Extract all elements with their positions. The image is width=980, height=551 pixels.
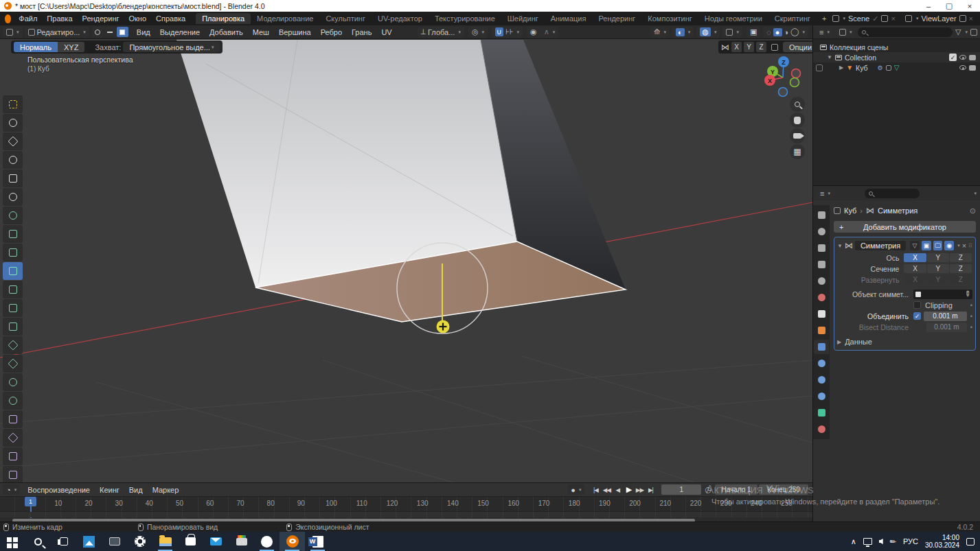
play-button[interactable]: ▶ bbox=[623, 485, 634, 495]
blender-menu-icon[interactable] bbox=[5, 14, 11, 23]
add-modifier-button[interactable]: +Добавить модификатор bbox=[834, 221, 976, 233]
modifier-wrench-icon[interactable]: ⚙ bbox=[878, 65, 883, 71]
bisect-y-button[interactable]: Y bbox=[927, 264, 949, 273]
collapse-icon[interactable]: ▼ bbox=[837, 243, 843, 249]
properties-tab-data[interactable] bbox=[814, 406, 829, 420]
flip-y-button[interactable]: Y bbox=[927, 275, 949, 284]
taskbar-mail[interactable] bbox=[203, 532, 229, 551]
workspace-tab[interactable]: Рендеринг bbox=[592, 13, 641, 24]
realtime-toggle[interactable]: 🖵 bbox=[933, 241, 943, 250]
tool-shear[interactable] bbox=[3, 447, 23, 465]
taskbar-start[interactable] bbox=[0, 532, 25, 551]
menu-item[interactable]: Вершина bbox=[274, 28, 316, 36]
menu-item[interactable]: Грань bbox=[347, 28, 376, 36]
hide-eye-icon[interactable] bbox=[959, 65, 966, 70]
menu-item[interactable]: UV bbox=[376, 28, 396, 36]
properties-tab-constraints[interactable] bbox=[814, 389, 829, 403]
jump-to-start-button[interactable]: |◀ bbox=[590, 485, 601, 495]
tool-select-box[interactable] bbox=[3, 95, 23, 113]
pivot-point-dropdown[interactable]: ◎▾ bbox=[468, 27, 488, 38]
taskbar-store[interactable] bbox=[178, 532, 203, 551]
language-indicator[interactable]: РУС bbox=[903, 537, 918, 546]
current-frame-field[interactable]: 1 bbox=[661, 484, 701, 495]
menu-item[interactable]: Вид bbox=[124, 486, 148, 494]
pan-hand-button[interactable] bbox=[790, 113, 805, 128]
tool-inset-faces[interactable] bbox=[3, 281, 23, 298]
menu-item[interactable]: Вид bbox=[132, 28, 155, 36]
workspace-tab[interactable]: UV-редактор bbox=[372, 13, 429, 24]
editor-type-button[interactable]: ◔▾ bbox=[3, 484, 20, 495]
expand-icon[interactable]: ▼ bbox=[827, 54, 832, 60]
properties-tab-view-layer[interactable] bbox=[814, 257, 829, 272]
properties-tab-render[interactable] bbox=[814, 224, 829, 239]
tool-transform[interactable] bbox=[3, 188, 23, 206]
menu-item[interactable]: Меш bbox=[248, 28, 274, 36]
editor-type-button[interactable]: ≡▾ bbox=[817, 189, 834, 198]
extrude-plus-handle[interactable] bbox=[437, 320, 450, 333]
minimize-button[interactable]: – bbox=[918, 0, 939, 12]
tool-cursor[interactable] bbox=[3, 114, 23, 132]
workspace-tab[interactable]: Планировка bbox=[196, 13, 251, 24]
restore-button[interactable]: ▢ bbox=[939, 0, 959, 12]
workspace-tab[interactable]: Моделирование bbox=[251, 13, 319, 24]
mirror-y-button[interactable]: Y bbox=[744, 42, 754, 52]
tool-loop-cut[interactable] bbox=[3, 318, 23, 336]
properties-tab-modifiers[interactable] bbox=[814, 340, 829, 354]
selectability-dropdown[interactable]: ▾ bbox=[722, 27, 742, 38]
exclude-checkbox[interactable]: ✓ bbox=[949, 54, 957, 61]
snap-mode-dropdown[interactable]: Прямоугольное выде...▾ bbox=[123, 42, 220, 52]
bisect-z-button[interactable]: Z bbox=[950, 264, 972, 273]
xray-dropdown[interactable]: ◍▾ bbox=[696, 27, 720, 38]
jump-to-end-button[interactable]: ▶| bbox=[645, 485, 656, 495]
menu-item[interactable]: Окно bbox=[124, 14, 151, 23]
properties-tab-scene[interactable] bbox=[814, 274, 829, 288]
clipping-checkbox[interactable] bbox=[913, 301, 921, 309]
taskbar-task-view[interactable] bbox=[51, 532, 76, 551]
prev-keyframe-button[interactable]: ◀◀ bbox=[601, 485, 612, 495]
next-keyframe-button[interactable]: ▶▶ bbox=[634, 485, 645, 495]
properties-tab-tool[interactable] bbox=[814, 208, 829, 222]
tool-rip-region[interactable] bbox=[3, 466, 23, 482]
rendered-shading-button[interactable]: ◯ bbox=[790, 27, 799, 36]
overlays-dropdown[interactable]: ◐▾ bbox=[672, 27, 694, 38]
editor-type-button[interactable]: ▾ bbox=[3, 27, 23, 38]
axis-neg-x-ball[interactable] bbox=[792, 69, 801, 78]
copy-icon[interactable] bbox=[881, 15, 888, 22]
filter-id-dropdown[interactable]: ▾ bbox=[836, 27, 856, 37]
taskbar-word[interactable] bbox=[305, 532, 330, 551]
viewport-3d[interactable]: Z Y X Нормаль XYZ Захват: Прямоугольное … bbox=[0, 39, 812, 482]
network-icon[interactable] bbox=[863, 538, 872, 545]
properties-tab-material[interactable] bbox=[814, 422, 829, 436]
taskbar-yandex[interactable] bbox=[254, 532, 280, 551]
playhead[interactable]: 1 bbox=[25, 497, 36, 506]
notification-center-icon[interactable] bbox=[966, 538, 975, 546]
axis-neg-z-ball[interactable] bbox=[779, 88, 788, 97]
outliner-search-input[interactable] bbox=[858, 27, 953, 37]
bisect-x-button[interactable]: X bbox=[904, 264, 926, 273]
ortho-grid-button[interactable]: ▦ bbox=[790, 144, 805, 159]
merge-threshold-field[interactable]: 0.001 m bbox=[924, 312, 967, 321]
workspace-tab[interactable]: Скриптинг bbox=[768, 13, 817, 24]
tool-bevel[interactable] bbox=[3, 299, 23, 317]
axis-neg-y-ball[interactable] bbox=[790, 78, 799, 87]
options-dropdown[interactable]: Опции▾ bbox=[783, 42, 812, 52]
taskbar-screen-sketch[interactable] bbox=[102, 532, 127, 551]
tool-add-cube[interactable] bbox=[3, 244, 23, 261]
edge-select-button[interactable] bbox=[104, 27, 116, 37]
pin-icon[interactable]: ⊙ bbox=[970, 207, 976, 215]
properties-tab-object[interactable] bbox=[814, 323, 829, 338]
tool-smooth[interactable] bbox=[3, 392, 23, 410]
tool-knife[interactable] bbox=[3, 336, 23, 354]
menu-item[interactable]: Маркер bbox=[148, 486, 184, 494]
filter-funnel-icon[interactable]: ▽ bbox=[955, 27, 961, 36]
properties-search-input[interactable] bbox=[865, 189, 920, 198]
zoom-button[interactable] bbox=[790, 97, 805, 112]
tool-shrink-fatten[interactable] bbox=[3, 429, 23, 447]
properties-tab-particles[interactable] bbox=[814, 356, 829, 371]
face-select-button[interactable] bbox=[117, 27, 128, 37]
collection-row[interactable]: ▼ Collection ✓ bbox=[813, 52, 980, 62]
data-section-header[interactable]: ▶ Данные bbox=[837, 338, 972, 346]
render-visibility-icon[interactable] bbox=[969, 55, 976, 60]
mirror-z-button[interactable]: Z bbox=[756, 42, 766, 52]
volume-icon[interactable] bbox=[879, 539, 883, 544]
